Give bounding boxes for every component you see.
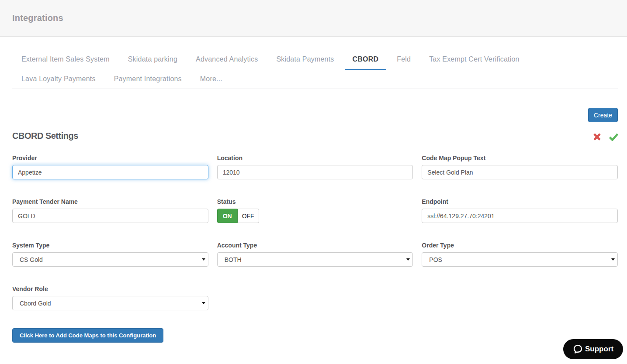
field-account-type: Account Type BOTH bbox=[217, 242, 413, 267]
tab-feld[interactable]: Feld bbox=[388, 49, 420, 69]
status-toggle: ON OFF bbox=[217, 209, 259, 223]
order-type-label: Order Type bbox=[422, 242, 618, 249]
location-input[interactable] bbox=[217, 165, 413, 179]
create-row: Create bbox=[12, 108, 618, 122]
vendor-role-select-wrap: Cbord Gold bbox=[12, 296, 208, 310]
code-map-popup-text-label: Code Map Popup Text bbox=[422, 155, 618, 162]
order-type-select[interactable]: POS bbox=[422, 252, 618, 267]
provider-input[interactable] bbox=[12, 165, 208, 179]
order-type-select-wrap: POS bbox=[422, 252, 618, 267]
tab-label: More... bbox=[200, 75, 222, 83]
system-type-select-wrap: CS Gold bbox=[12, 252, 208, 267]
tab-label: Payment Integrations bbox=[114, 75, 182, 83]
tab-skidata-payments[interactable]: Skidata Payments bbox=[267, 49, 343, 69]
tab-label: External Item Sales System bbox=[21, 55, 110, 63]
vendor-role-label: Vendor Role bbox=[12, 285, 208, 293]
main-content: Create CBORD Settings Provider Location bbox=[0, 108, 627, 343]
field-payment-tender-name: Payment Tender Name bbox=[12, 198, 208, 223]
account-type-select-wrap: BOTH bbox=[217, 252, 413, 267]
payment-tender-name-input[interactable] bbox=[12, 209, 208, 223]
settings-title: CBORD Settings bbox=[12, 131, 78, 141]
tab-payment-integrations[interactable]: Payment Integrations bbox=[105, 69, 191, 89]
code-map-popup-text-input[interactable] bbox=[422, 165, 618, 179]
create-button[interactable]: Create bbox=[588, 108, 618, 122]
field-code-map-popup-text: Code Map Popup Text bbox=[422, 155, 618, 179]
endpoint-label: Endpoint bbox=[422, 198, 618, 206]
page-header: Integrations bbox=[0, 0, 627, 37]
account-type-select[interactable]: BOTH bbox=[217, 252, 413, 267]
vendor-role-select[interactable]: Cbord Gold bbox=[12, 296, 208, 310]
support-label: Support bbox=[585, 345, 613, 354]
support-button[interactable]: Support bbox=[563, 339, 623, 359]
tab-advanced-analytics[interactable]: Advanced Analytics bbox=[187, 49, 267, 69]
tab-lava-loyalty-payments[interactable]: Lava Loyalty Payments bbox=[12, 69, 105, 89]
field-status: Status ON OFF bbox=[217, 198, 413, 223]
tab-label: Lava Loyalty Payments bbox=[21, 75, 96, 83]
cancel-button[interactable] bbox=[593, 133, 601, 141]
tab-label: CBORD bbox=[353, 55, 379, 63]
tab-skidata-parking[interactable]: Skidata parking bbox=[119, 49, 187, 69]
tab-label: Tax Exempt Cert Verification bbox=[429, 55, 520, 63]
tab-bar-wrap: External Item Sales SystemSkidata parkin… bbox=[12, 49, 618, 89]
chat-bubble-icon bbox=[573, 344, 582, 354]
tab-label: Advanced Analytics bbox=[196, 55, 258, 63]
system-type-label: System Type bbox=[12, 242, 208, 249]
field-order-type: Order Type POS bbox=[422, 242, 618, 267]
tab-label: Skidata Payments bbox=[276, 55, 334, 63]
check-icon bbox=[609, 133, 619, 141]
field-endpoint: Endpoint bbox=[422, 198, 618, 223]
status-label: Status bbox=[217, 198, 413, 206]
field-vendor-role: Vendor Role Cbord Gold bbox=[12, 285, 208, 310]
add-code-maps-button[interactable]: Click Here to Add Code Maps to this Conf… bbox=[12, 328, 163, 343]
status-off-button[interactable]: OFF bbox=[237, 209, 259, 223]
system-type-select[interactable]: CS Gold bbox=[12, 252, 208, 267]
settings-header-row: CBORD Settings bbox=[12, 131, 618, 141]
endpoint-input[interactable] bbox=[422, 209, 618, 223]
field-location: Location bbox=[217, 155, 413, 179]
x-icon bbox=[593, 133, 601, 141]
field-system-type: System Type CS Gold bbox=[12, 242, 208, 267]
payment-tender-name-label: Payment Tender Name bbox=[12, 198, 208, 206]
tab-bar: External Item Sales SystemSkidata parkin… bbox=[12, 49, 618, 89]
tab-label: Feld bbox=[397, 55, 411, 63]
tab-more[interactable]: More... bbox=[191, 69, 232, 89]
status-on-button[interactable]: ON bbox=[217, 209, 237, 223]
settings-actions bbox=[593, 133, 619, 141]
field-provider: Provider bbox=[12, 155, 208, 179]
tab-cbord[interactable]: CBORD bbox=[343, 49, 388, 69]
location-label: Location bbox=[217, 155, 413, 162]
provider-label: Provider bbox=[12, 155, 208, 162]
account-type-label: Account Type bbox=[217, 242, 413, 249]
tab-label: Skidata parking bbox=[128, 55, 177, 63]
tab-tax-exempt-cert-verification[interactable]: Tax Exempt Cert Verification bbox=[420, 49, 529, 69]
confirm-button[interactable] bbox=[609, 133, 619, 141]
page-title: Integrations bbox=[12, 13, 63, 23]
tab-external-item-sales-system[interactable]: External Item Sales System bbox=[12, 49, 119, 69]
settings-form: Provider Location Code Map Popup Text Pa… bbox=[12, 155, 618, 329]
